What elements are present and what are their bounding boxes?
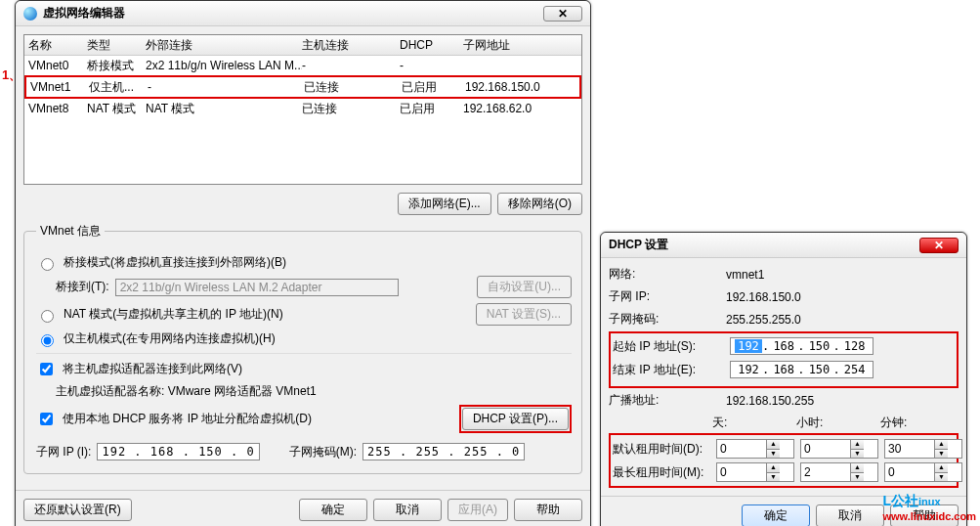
- dhcp-net-label: 网络:: [609, 266, 726, 283]
- titlebar[interactable]: 虚拟网络编辑器 ✕: [16, 1, 590, 26]
- adapter-name-text: 主机虚拟适配器名称: VMware 网络适配器 VMnet1: [56, 383, 317, 400]
- radio-hostonly-label: 仅主机模式(在专用网络内连接虚拟机)(H): [64, 330, 276, 347]
- max-mins-input[interactable]: ▲▼: [884, 462, 962, 482]
- chk-connect-host-label: 将主机虚拟适配器连接到此网络(V): [63, 361, 242, 377]
- dhcp-mask-label: 子网掩码:: [609, 311, 726, 328]
- subnet-mask-label: 子网掩码(M):: [289, 444, 357, 460]
- vmnet-info-group: VMnet 信息 桥接模式(将虚拟机直接连接到外部网络)(B) 桥接到(T): …: [23, 223, 582, 474]
- dhcp-close-button[interactable]: ✕: [919, 238, 959, 253]
- col-subnet[interactable]: 子网地址: [463, 37, 577, 54]
- remove-network-button[interactable]: 移除网络(O): [497, 193, 582, 215]
- dhcp-title: DHCP 设置: [609, 237, 919, 253]
- help-button[interactable]: 帮助: [514, 499, 582, 521]
- radio-hostonly[interactable]: [41, 334, 54, 347]
- bridge-to-label: 桥接到(T):: [56, 279, 109, 295]
- spin-up-icon[interactable]: ▲: [766, 440, 780, 450]
- dhcp-subnet-label: 子网 IP:: [609, 288, 726, 305]
- bridge-adapter-select[interactable]: [115, 279, 399, 296]
- auto-settings-button[interactable]: 自动设置(U)...: [477, 276, 572, 298]
- end-ip-label: 结束 IP 地址(E):: [613, 362, 730, 378]
- apply-button[interactable]: 应用(A): [447, 499, 508, 521]
- close-button[interactable]: ✕: [543, 6, 582, 22]
- table-row-selected[interactable]: VMnet1 仅主机... - 已连接 已启用 192.168.150.0: [24, 75, 581, 99]
- radio-nat-label: NAT 模式(与虚拟机共享主机的 IP 地址)(N): [64, 306, 283, 323]
- days-header: 天:: [712, 415, 790, 431]
- def-days-input[interactable]: ▲▼: [716, 439, 794, 459]
- minutes-header: 分钟:: [880, 415, 959, 431]
- table-header: 名称 类型 外部连接 主机连接 DHCP 子网地址: [24, 35, 581, 56]
- def-hours-input[interactable]: ▲▼: [800, 439, 878, 459]
- table-row[interactable]: VMnet0 桥接模式 2x2 11b/g/n Wireless LAN M..…: [24, 56, 581, 75]
- cancel-button[interactable]: 取消: [373, 499, 442, 521]
- radio-nat[interactable]: [41, 310, 54, 323]
- table-row[interactable]: VMnet8 NAT 模式 NAT 模式 已连接 已启用 192.168.62.…: [24, 99, 581, 118]
- dhcp-subnet-value: 192.168.150.0: [726, 290, 959, 304]
- subnet-ip-label: 子网 IP (I):: [36, 444, 91, 460]
- max-days-input[interactable]: ▲▼: [716, 462, 794, 482]
- nat-settings-button[interactable]: NAT 设置(S)...: [476, 303, 572, 326]
- col-host[interactable]: 主机连接: [302, 37, 400, 54]
- chk-use-dhcp[interactable]: [40, 413, 53, 425]
- default-lease-label: 默认租用时间(D):: [613, 441, 710, 458]
- col-type[interactable]: 类型: [87, 37, 146, 54]
- def-mins-input[interactable]: ▲▼: [884, 439, 962, 459]
- dhcp-ok-button[interactable]: 确定: [742, 504, 810, 526]
- start-ip-input[interactable]: ...: [730, 337, 873, 355]
- watermark: L公社inux www.linuxidc.com: [882, 493, 976, 522]
- dhcp-dialog: DHCP 设置 ✕ 网络:vmnet1 子网 IP:192.168.150.0 …: [600, 232, 967, 526]
- restore-defaults-button[interactable]: 还原默认设置(R): [23, 499, 132, 521]
- subnet-ip-input[interactable]: 192 . 168 . 150 . 0: [97, 443, 259, 460]
- chk-use-dhcp-label: 使用本地 DHCP 服务将 IP 地址分配给虚拟机(D): [63, 411, 312, 427]
- col-name[interactable]: 名称: [28, 37, 87, 54]
- chk-connect-host[interactable]: [40, 363, 53, 375]
- col-external[interactable]: 外部连接: [146, 37, 302, 54]
- broadcast-value: 192.168.150.255: [726, 394, 959, 408]
- broadcast-label: 广播地址:: [609, 392, 726, 409]
- dhcp-titlebar[interactable]: DHCP 设置 ✕: [601, 233, 966, 258]
- dhcp-cancel-button[interactable]: 取消: [816, 504, 884, 526]
- spin-down-icon[interactable]: ▼: [766, 450, 780, 459]
- vnet-editor-window: 虚拟网络编辑器 ✕ 名称 类型 外部连接 主机连接 DHCP 子网地址 VMne…: [15, 0, 591, 526]
- max-hours-input[interactable]: ▲▼: [800, 462, 878, 482]
- col-dhcp[interactable]: DHCP: [400, 38, 463, 52]
- hours-header: 小时:: [796, 415, 874, 431]
- add-network-button[interactable]: 添加网络(E)...: [398, 193, 491, 215]
- subnet-mask-input[interactable]: 255 . 255 . 255 . 0: [362, 443, 525, 460]
- end-ip-input[interactable]: ...: [730, 361, 873, 378]
- ok-button[interactable]: 确定: [299, 499, 367, 521]
- radio-bridge[interactable]: [41, 258, 54, 271]
- dhcp-net-value: vmnet1: [726, 268, 959, 282]
- radio-bridge-label: 桥接模式(将虚拟机直接连接到外部网络)(B): [64, 254, 286, 271]
- window-title: 虚拟网络编辑器: [43, 5, 543, 22]
- start-ip-label: 起始 IP 地址(S):: [613, 338, 730, 355]
- app-icon: [23, 7, 37, 21]
- vnet-table[interactable]: 名称 类型 外部连接 主机连接 DHCP 子网地址 VMnet0 桥接模式 2x…: [23, 34, 582, 185]
- dhcp-mask-value: 255.255.255.0: [726, 313, 959, 327]
- vmnet-info-legend: VMnet 信息: [36, 223, 105, 240]
- max-lease-label: 最长租用时间(M):: [613, 464, 710, 481]
- dhcp-settings-button[interactable]: DHCP 设置(P)...: [462, 408, 569, 430]
